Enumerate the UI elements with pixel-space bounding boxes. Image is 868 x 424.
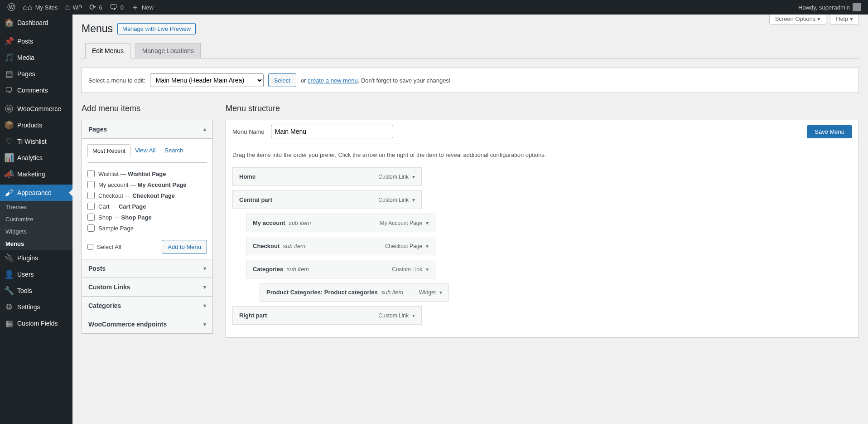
accordion-posts-head[interactable]: Posts▾ <box>82 259 212 278</box>
page-checklist-item[interactable]: Cart — Cart Page <box>87 201 207 212</box>
submenu-widgets[interactable]: Widgets <box>0 225 72 238</box>
chevron-down-icon[interactable]: ▾ <box>439 289 442 296</box>
new-content[interactable]: ＋New <box>127 0 157 15</box>
chevron-down-icon[interactable]: ▾ <box>426 243 429 249</box>
comments-bar[interactable]: 🗨0 <box>106 0 127 15</box>
submenu-menus[interactable]: Menus <box>0 238 72 250</box>
accordion-categories-head[interactable]: Categories▾ <box>82 296 212 315</box>
sidebar-item-plugins[interactable]: 🔌Plugins <box>0 250 72 266</box>
add-to-menu-button[interactable]: Add to Menu <box>162 240 207 253</box>
create-menu-link[interactable]: create a new menu <box>308 77 358 84</box>
sidebar-item-wishlist[interactable]: ♡TI Wishlist <box>0 133 72 150</box>
page-label: Wishlist — Wishlist Page <box>98 171 166 177</box>
sidebar-item-comments[interactable]: 🗨Comments <box>0 82 72 98</box>
submenu-themes[interactable]: Themes <box>0 201 72 213</box>
chevron-down-icon[interactable]: ▾ <box>412 197 415 203</box>
chevron-down-icon[interactable]: ▾ <box>426 220 429 226</box>
add-items-heading: Add menu items <box>82 104 213 113</box>
select-all-label: Select All <box>97 244 121 250</box>
accordion-pages-head[interactable]: Pages▴ <box>82 120 212 138</box>
page-checklist-item[interactable]: My account — My Account Page <box>87 179 207 190</box>
settings-icon: ⚙ <box>5 302 14 312</box>
page-label: Sample Page <box>98 225 134 232</box>
menu-item-type: Widget ▾ <box>419 289 442 296</box>
menu-structure-item[interactable]: Checkout sub itemCheckout Page ▾ <box>246 237 435 255</box>
menu-select[interactable]: Main Menu (Header Main Area) <box>150 73 264 87</box>
chevron-down-icon[interactable]: ▾ <box>412 174 415 180</box>
menu-structure-item[interactable]: Central partCustom Link ▾ <box>232 190 422 209</box>
select-all-wrap[interactable]: Select All <box>87 244 121 250</box>
page-checklist-item[interactable]: Sample Page <box>87 223 207 234</box>
live-preview-button[interactable]: Manage with Live Preview <box>117 23 196 34</box>
page-checkbox[interactable] <box>87 170 95 177</box>
accordion-custom-links-head[interactable]: Custom Links▾ <box>82 278 212 296</box>
menu-structure-item[interactable]: Product Categories: Product categories s… <box>260 283 449 302</box>
tab-edit-menus[interactable]: Edit Menus <box>85 43 130 58</box>
sidebar-item-woocommerce[interactable]: ⓦWooCommerce <box>0 101 72 117</box>
menu-structure-item[interactable]: My account sub itemMy Account Page ▾ <box>246 214 435 232</box>
page-checkbox[interactable] <box>87 181 95 188</box>
sidebar-label: Custom Fields <box>17 320 58 327</box>
wp-logo[interactable]: ⓦ <box>4 0 19 15</box>
sidebar-item-posts[interactable]: 📌Posts <box>0 33 72 49</box>
page-label: Shop — Shop Page <box>98 214 152 221</box>
menu-frame-head: Menu Name Save Menu <box>226 120 858 143</box>
update-icon: ⟳ <box>89 3 96 11</box>
select-prompt: Select a menu to edit: <box>88 77 145 84</box>
sidebar-item-dashboard[interactable]: 🏠Dashboard <box>0 15 72 31</box>
page-checklist-item[interactable]: Shop — Shop Page <box>87 212 207 223</box>
accordion-label: Categories <box>88 302 121 309</box>
chevron-down-icon: ▾ <box>203 302 206 309</box>
my-account[interactable]: Howdy, superadmin <box>795 0 864 15</box>
structure-heading: Menu structure <box>226 104 859 113</box>
subtab-view-all[interactable]: View All <box>130 144 160 157</box>
menu-structure-item[interactable]: HomeCustom Link ▾ <box>232 167 422 186</box>
page-checklist-item[interactable]: Wishlist — Wishlist Page <box>87 168 207 179</box>
updates-count: 6 <box>99 4 102 11</box>
sidebar-item-marketing[interactable]: 📣Marketing <box>0 166 72 182</box>
sidebar-item-pages[interactable]: ▤Pages <box>0 66 72 82</box>
sidebar-label: Comments <box>17 87 48 94</box>
subtab-most-recent[interactable]: Most Recent <box>87 144 130 157</box>
page-checklist-item[interactable]: Checkout — Checkout Page <box>87 190 207 201</box>
select-button[interactable]: Select <box>268 73 296 87</box>
menu-item-type: Custom Link ▾ <box>392 266 429 273</box>
chevron-down-icon[interactable]: ▾ <box>426 266 429 273</box>
page-checkbox[interactable] <box>87 192 95 199</box>
sidebar-item-media[interactable]: 🎵Media <box>0 49 72 66</box>
comment-icon: 🗨 <box>5 86 14 95</box>
menu-structure-item[interactable]: Categories sub itemCustom Link ▾ <box>246 260 435 278</box>
menu-item-title: Categories sub item <box>253 266 309 273</box>
save-menu-button[interactable]: Save Menu <box>807 125 852 138</box>
site-name[interactable]: ⌂WP <box>62 0 86 15</box>
sidebar-item-products[interactable]: 📦Products <box>0 117 72 133</box>
select-all-checkbox[interactable] <box>87 244 93 250</box>
my-sites[interactable]: ⌂⌂My Sites <box>19 0 62 15</box>
updates[interactable]: ⟳6 <box>86 0 106 15</box>
page-checkbox[interactable] <box>87 214 95 221</box>
sidebar-item-analytics[interactable]: 📊Analytics <box>0 150 72 166</box>
sidebar-item-settings[interactable]: ⚙Settings <box>0 299 72 315</box>
accordion-woo-endpoints-head[interactable]: WooCommerce endpoints▾ <box>82 315 212 333</box>
page-label: My account — My Account Page <box>98 181 187 188</box>
sidebar-item-tools[interactable]: 🔧Tools <box>0 283 72 299</box>
page-checkbox[interactable] <box>87 224 95 232</box>
sidebar-item-custom-fields[interactable]: ▦Custom Fields <box>0 315 72 331</box>
or-text: or create a new menu. Don't forget to sa… <box>301 77 451 84</box>
sidebar-item-appearance[interactable]: 🖌Appearance <box>0 185 72 201</box>
menu-structure-column: Menu structure Menu Name Save Menu Drag … <box>226 104 859 338</box>
help-button[interactable]: Help ▾ <box>830 14 859 24</box>
screen-options-button[interactable]: Screen Options ▾ <box>769 14 827 24</box>
woo-icon: ⓦ <box>5 104 14 113</box>
sidebar-item-users[interactable]: 👤Users <box>0 266 72 283</box>
tab-manage-locations[interactable]: Manage Locations <box>135 43 201 58</box>
sidebar-label: Dashboard <box>17 19 48 26</box>
menu-frame: Menu Name Save Menu Drag the items into … <box>226 120 859 338</box>
menu-name-input[interactable] <box>271 125 393 138</box>
subtab-search[interactable]: Search <box>160 144 188 157</box>
submenu-customize[interactable]: Customize <box>0 213 72 225</box>
page-checkbox[interactable] <box>87 203 95 210</box>
chevron-down-icon[interactable]: ▾ <box>412 312 415 319</box>
menu-structure-item[interactable]: Right partCustom Link ▾ <box>232 306 422 325</box>
page-checklist: Wishlist — Wishlist PageMy account — My … <box>87 168 207 234</box>
